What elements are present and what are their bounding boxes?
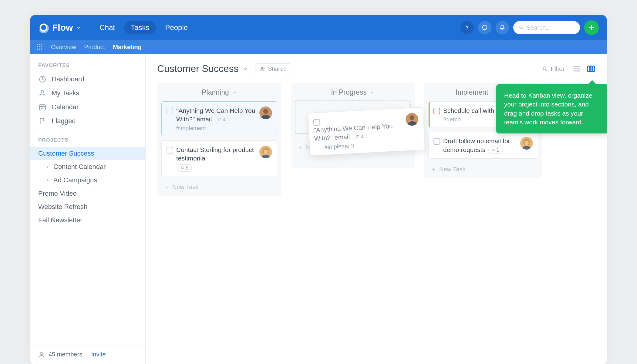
task-title: Contact Sterling for product testimonial [176, 146, 272, 163]
column-planning: Planning "Anything We Can Help You With?… [157, 83, 281, 196]
column-header[interactable]: In Progress [295, 88, 411, 96]
svg-point-8 [261, 67, 263, 69]
svg-point-0 [40, 24, 47, 31]
kanban-icon [587, 65, 595, 73]
task-card[interactable]: Contact Sterling for product testimonial… [161, 140, 277, 177]
sidebar-item-label: Dashboard [52, 75, 84, 83]
new-task-label: New Task [172, 184, 198, 190]
column-title: Implement [456, 88, 488, 96]
notifications-button[interactable] [496, 21, 509, 34]
filter-label: Filter [551, 65, 565, 72]
subnav-product[interactable]: Product [84, 44, 105, 51]
comment-count-badge: 4 [215, 116, 229, 123]
sidebar-project-ad-campaigns[interactable]: Ad Campaigns [30, 174, 145, 187]
task-checkbox[interactable] [167, 108, 173, 114]
chat-icon [481, 24, 488, 31]
subnav-overview[interactable]: Overview [51, 44, 76, 51]
column-header[interactable]: Planning [161, 88, 277, 96]
search-field[interactable] [513, 21, 580, 34]
task-card[interactable]: "Anything We Can Help You With?" email 4… [161, 101, 277, 136]
task-checkbox[interactable] [167, 147, 173, 153]
sidebar-item-label: Content Calendar [53, 163, 106, 171]
task-card[interactable]: Draft follow up email for demo requests … [428, 132, 538, 159]
filter-button[interactable]: Filter [542, 65, 565, 72]
sidebar-item-label: Website Refresh [38, 203, 87, 211]
sidebar-project-promo-video[interactable]: Promo Video [30, 187, 145, 200]
sidebar-item-dashboard[interactable]: Dashboard [30, 72, 145, 86]
svg-rect-13 [593, 66, 595, 72]
page-title[interactable]: Customer Success [157, 63, 248, 74]
svg-point-5 [41, 90, 44, 93]
task-title: Draft follow up email for demo requests … [443, 137, 533, 154]
nav-tasks[interactable]: Tasks [124, 21, 156, 34]
people-icon [260, 66, 266, 72]
search-input[interactable] [527, 24, 575, 31]
dragging-task-card[interactable]: "Anything We Can Help You With?" email 4… [308, 107, 425, 156]
sidebar-item-flagged[interactable]: Flagged [30, 114, 145, 128]
assignee-avatar [259, 106, 272, 119]
sidebar-item-label: My Tasks [52, 89, 79, 97]
sidebar-item-label: Promo Video [38, 190, 77, 197]
chevron-right-icon [46, 165, 50, 169]
view-kanban-button[interactable] [587, 65, 595, 73]
sidebar: FAVORITES Dashboard My Tasks [30, 54, 146, 364]
sidebar-item-calendar[interactable]: Calendar [30, 100, 145, 114]
sidebar-footer: 45 members · Invite [30, 345, 145, 364]
svg-point-16 [409, 115, 414, 120]
list-icon [573, 65, 581, 73]
main-area: Customer Success Shared [146, 54, 607, 364]
sidebar-project-customer-success[interactable]: Customer Success [30, 147, 145, 160]
sidebar-project-website-refresh[interactable]: Website Refresh [30, 200, 145, 214]
task-title: "Anything We Can Help You With?" email 4 [176, 106, 272, 124]
sidebar-project-content-calendar[interactable]: Content Calendar [30, 160, 145, 174]
comment-count-badge: 4 [352, 133, 367, 140]
svg-point-7 [40, 352, 42, 354]
dashboard-icon [38, 75, 47, 83]
new-task-button[interactable]: New Task [161, 180, 277, 192]
page-header: Customer Success Shared [157, 63, 595, 74]
nav-chat[interactable]: Chat [93, 21, 122, 34]
main-nav: Chat Tasks People [93, 21, 194, 34]
svg-point-10 [543, 67, 546, 70]
separator: · [86, 351, 88, 358]
svg-rect-12 [590, 66, 592, 72]
task-checkbox[interactable] [433, 138, 440, 145]
chat-button[interactable] [478, 21, 491, 34]
view-list-button[interactable] [573, 65, 581, 73]
sidebar-project-fall-newsletter[interactable]: Fall Newsletter [30, 214, 145, 227]
assignee-avatar [259, 146, 272, 158]
column-in-progress: In Progress New Task "A [291, 83, 415, 168]
app-window: Flow Chat Tasks People ? [30, 15, 607, 364]
comment-count-badge: 1 [488, 147, 503, 154]
task-checkbox[interactable] [313, 119, 320, 126]
help-button[interactable]: ? [460, 21, 474, 34]
app-logo[interactable]: Flow [38, 22, 81, 33]
comment-count-badge: 5 [177, 164, 192, 172]
members-icon [38, 351, 45, 358]
nav-people[interactable]: People [158, 21, 194, 34]
svg-point-3 [520, 26, 522, 29]
sidebar-item-label: Fall Newsletter [38, 216, 82, 224]
breadcrumb-bar: Overview Product Marketing [30, 40, 607, 54]
task-tag: #implement [176, 125, 272, 132]
topbar: Flow Chat Tasks People ? [30, 15, 607, 40]
page-title-text: Customer Success [157, 63, 239, 74]
view-toggle [573, 65, 595, 73]
bell-icon [499, 24, 506, 31]
subnav-marketing[interactable]: Marketing [113, 44, 141, 51]
calendar-icon [38, 103, 47, 111]
svg-point-15 [264, 150, 268, 154]
shared-indicator[interactable]: Shared [255, 63, 291, 74]
sidebar-item-mytasks[interactable]: My Tasks [30, 86, 145, 100]
sidebar-item-label: Customer Success [38, 150, 94, 157]
chevron-right-icon [46, 178, 50, 182]
flow-logo-icon [38, 22, 49, 33]
app-logo-text: Flow [52, 22, 73, 33]
invite-link[interactable]: Invite [91, 351, 106, 358]
sidebar-item-label: Flagged [52, 117, 76, 125]
new-task-button[interactable]: New Task [428, 163, 538, 174]
chevron-down-icon [370, 90, 375, 95]
apps-grid-icon[interactable] [37, 44, 43, 50]
task-checkbox[interactable] [433, 108, 440, 114]
add-button[interactable] [584, 20, 599, 35]
